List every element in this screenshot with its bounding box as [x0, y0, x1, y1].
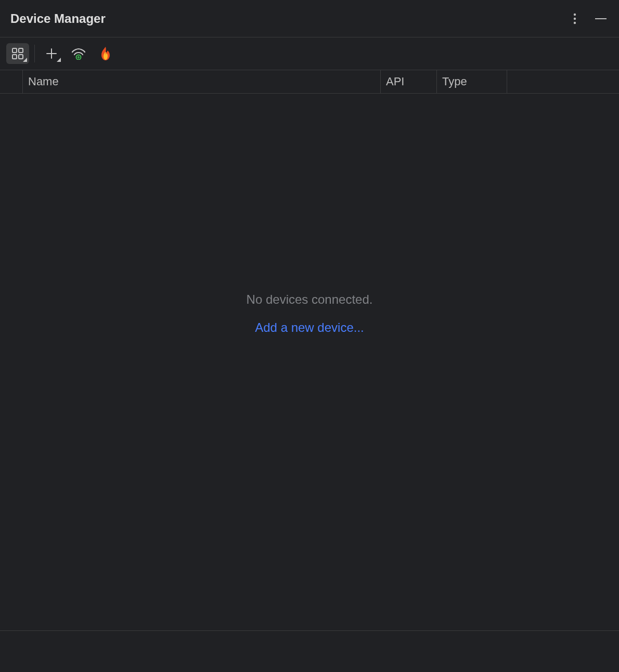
- svg-rect-5: [19, 48, 23, 53]
- empty-message: No devices connected.: [247, 292, 373, 307]
- toolbar: [0, 37, 619, 70]
- table-handle-column: [0, 70, 23, 93]
- column-header-type[interactable]: Type: [437, 70, 507, 93]
- more-options-button[interactable]: [567, 11, 583, 27]
- toolbar-divider: [34, 45, 35, 62]
- table-header: Name API Type: [0, 70, 619, 94]
- firebase-button[interactable]: [94, 43, 117, 64]
- panel-header: Device Manager: [0, 0, 619, 37]
- expand-corner-icon: [23, 58, 27, 62]
- add-device-link[interactable]: Add a new device...: [255, 320, 364, 335]
- device-explorer-button[interactable]: [6, 43, 29, 64]
- svg-rect-6: [12, 55, 17, 59]
- grid-icon: [11, 47, 24, 60]
- kebab-icon: [573, 12, 576, 25]
- minimize-button[interactable]: [593, 11, 609, 27]
- column-header-api[interactable]: API: [381, 70, 437, 93]
- pair-wifi-button[interactable]: [67, 43, 90, 64]
- panel-title: Device Manager: [10, 11, 106, 26]
- header-actions: [567, 11, 609, 27]
- svg-rect-7: [19, 55, 23, 59]
- empty-state: No devices connected. Add a new device..…: [0, 94, 619, 630]
- wifi-add-icon: [71, 47, 86, 60]
- svg-point-0: [574, 13, 576, 15]
- svg-point-1: [574, 17, 576, 19]
- expand-corner-icon: [57, 58, 61, 62]
- flame-icon: [100, 46, 111, 61]
- column-header-actions: [507, 70, 619, 93]
- minimize-icon: [595, 18, 607, 20]
- add-device-button[interactable]: [40, 43, 63, 64]
- column-header-name[interactable]: Name: [23, 70, 381, 93]
- svg-rect-4: [12, 48, 17, 53]
- plus-icon: [45, 47, 58, 60]
- svg-rect-3: [595, 18, 607, 19]
- panel-footer: [0, 630, 619, 672]
- svg-point-2: [574, 21, 576, 23]
